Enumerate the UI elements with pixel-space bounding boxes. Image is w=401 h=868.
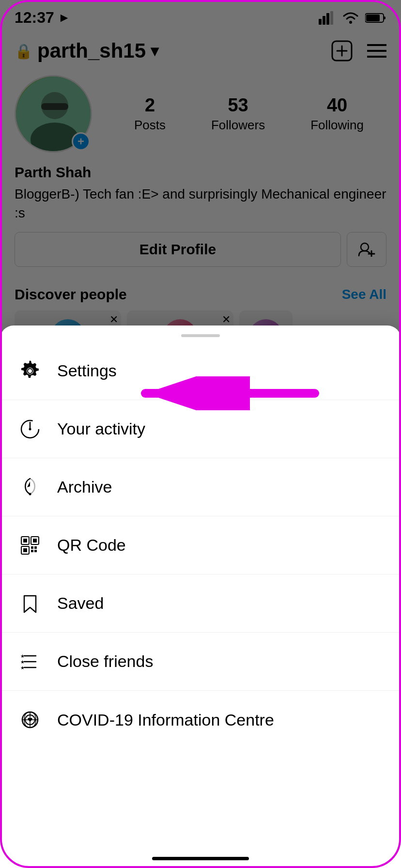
- menu-item-archive[interactable]: Archive: [0, 458, 401, 516]
- saved-icon: [17, 591, 43, 616]
- archive-icon: [17, 475, 43, 500]
- menu-item-saved[interactable]: Saved: [0, 574, 401, 633]
- settings-label: Settings: [57, 361, 117, 380]
- svg-rect-37: [31, 550, 33, 552]
- svg-point-28: [29, 493, 31, 495]
- menu-item-qr-code[interactable]: QR Code: [0, 516, 401, 574]
- bottom-sheet: Settings Your activity: [0, 326, 401, 868]
- archive-label: Archive: [57, 478, 112, 496]
- close-friends-icon: ★ ★ ★: [17, 649, 43, 674]
- menu-item-close-friends[interactable]: ★ ★ ★ Close friends: [0, 633, 401, 691]
- settings-icon: [17, 358, 43, 384]
- qr-code-label: QR Code: [57, 536, 126, 555]
- home-indicator: [152, 857, 249, 860]
- svg-rect-36: [34, 546, 37, 549]
- your-activity-icon: [17, 417, 43, 442]
- svg-rect-34: [23, 548, 27, 552]
- covid-icon: [17, 707, 43, 732]
- svg-text:★: ★: [20, 665, 25, 670]
- svg-point-27: [29, 428, 31, 430]
- arrow-annotation: [136, 376, 320, 412]
- qr-code-icon: [17, 533, 43, 558]
- svg-text:★: ★: [20, 653, 25, 659]
- svg-rect-32: [33, 539, 37, 542]
- close-friends-label: Close friends: [57, 652, 153, 671]
- covid-label: COVID-19 Information Centre: [57, 711, 274, 729]
- menu-item-covid[interactable]: COVID-19 Information Centre: [0, 691, 401, 749]
- dim-overlay: [0, 0, 401, 339]
- your-activity-label: Your activity: [57, 419, 145, 438]
- sheet-handle: [181, 334, 220, 337]
- svg-text:★: ★: [20, 659, 25, 665]
- svg-rect-38: [34, 550, 37, 552]
- svg-rect-35: [31, 546, 33, 549]
- svg-rect-30: [23, 539, 27, 542]
- saved-label: Saved: [57, 594, 104, 613]
